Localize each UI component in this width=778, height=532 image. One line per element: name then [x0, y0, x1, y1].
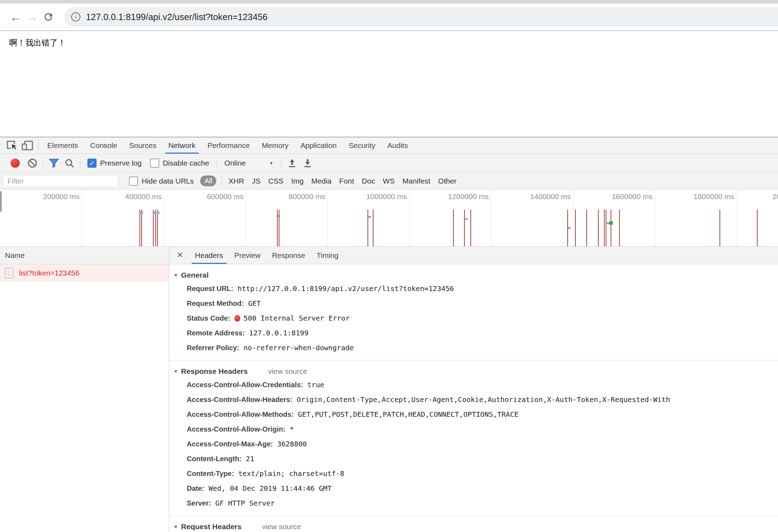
url-text[interactable]: 127.0.0.1:8199/api.v2/user/list?token=12…	[86, 12, 267, 22]
request-detail-panel: × Headers Preview Response Timing ▼ Gene…	[169, 247, 778, 532]
address-bar[interactable]: i 127.0.0.1:8199/api.v2/user/list?token=…	[64, 7, 778, 27]
type-filter-all[interactable]: All	[200, 175, 216, 186]
tab-sources[interactable]: Sources	[123, 137, 162, 154]
disable-cache-checkbox[interactable]	[150, 159, 159, 168]
request-row[interactable]: list?token=123456	[0, 264, 169, 282]
header-row: Request URL: http://127.0.0.1:8199/api.v…	[169, 281, 778, 296]
request-event-marker	[586, 210, 587, 246]
response-headers-title[interactable]: Response Headers	[181, 367, 248, 376]
detail-tab-headers[interactable]: Headers	[190, 247, 229, 264]
clear-button[interactable]	[25, 156, 40, 170]
tab-elements[interactable]: Elements	[41, 137, 84, 154]
type-filter-manifest[interactable]: Manifest	[399, 177, 434, 185]
device-toolbar-icon	[21, 140, 34, 151]
filter-funnel-icon	[49, 158, 59, 168]
export-har-button[interactable]	[300, 156, 315, 170]
disable-cache-toggle[interactable]: Disable cache	[150, 159, 209, 168]
type-filter-img[interactable]: Img	[288, 177, 308, 185]
collapse-triangle-icon[interactable]: ▼	[173, 272, 178, 278]
type-filter-font[interactable]: Font	[335, 177, 358, 185]
device-toolbar-button[interactable]	[20, 139, 35, 152]
tab-security[interactable]: Security	[342, 137, 381, 154]
hide-data-urls-toggle[interactable]: Hide data URLs	[129, 177, 194, 186]
upload-icon	[287, 158, 297, 168]
network-main: Name list?token=123456 × Headers Preview…	[0, 247, 778, 532]
response-view-source-link[interactable]: view source	[268, 367, 307, 376]
type-filter-ws[interactable]: WS	[379, 177, 399, 185]
collapse-triangle-icon[interactable]: ▼	[173, 524, 178, 530]
preserve-log-label: Preserve log	[100, 159, 142, 167]
timeline-tick-label: 800000 ms	[272, 192, 325, 201]
back-button[interactable]: ←	[8, 10, 24, 24]
inspect-cursor-icon	[6, 140, 18, 151]
type-filter-doc[interactable]: Doc	[358, 177, 379, 185]
request-event-marker	[368, 210, 368, 246]
detail-tabbar: × Headers Preview Response Timing	[169, 247, 778, 264]
tab-performance[interactable]: Performance	[202, 137, 256, 154]
tab-console[interactable]: Console	[84, 137, 123, 154]
devtools-tabbar: Elements Console Sources Network Perform…	[0, 137, 778, 154]
network-toolbar: ✓ Preserve log Disable cache Online ▼	[0, 154, 778, 173]
type-filter-js[interactable]: JS	[248, 177, 265, 185]
timeline-gridline	[327, 190, 328, 246]
header-row: Access-Control-Allow-Origin: *	[169, 422, 778, 437]
page-content: 啊！我出错了！	[0, 32, 778, 137]
timeline-tick-label: 1800000 ms	[681, 192, 734, 201]
timeline-tick-label: 1600000 ms	[600, 192, 653, 201]
close-detail-button[interactable]: ×	[169, 249, 190, 262]
forward-button[interactable]: →	[24, 10, 40, 24]
request-event-marker	[757, 210, 758, 246]
request-event-marker	[153, 210, 154, 246]
timeline-gridline	[736, 190, 737, 246]
record-button[interactable]	[11, 159, 20, 168]
search-button[interactable]	[62, 156, 77, 170]
import-har-button[interactable]	[284, 156, 300, 170]
detail-tab-timing[interactable]: Timing	[311, 247, 344, 264]
timeline-gridline	[82, 190, 82, 246]
request-headers-title[interactable]: Request Headers	[181, 522, 242, 531]
network-overview[interactable]: 200000 ms400000 ms600000 ms800000 ms1000…	[0, 190, 778, 247]
header-row: Date: Wed, 04 Dec 2019 11:44:46 GMT	[169, 481, 778, 496]
request-event-marker	[606, 210, 606, 246]
page-info-icon[interactable]: i	[71, 12, 80, 21]
tab-network[interactable]: Network	[162, 137, 202, 154]
throttling-dropdown[interactable]: Online ▼	[224, 159, 274, 167]
detail-tab-response[interactable]: Response	[266, 247, 311, 264]
hide-data-urls-label: Hide data URLs	[142, 177, 194, 185]
inspect-element-button[interactable]	[4, 139, 20, 152]
separator	[80, 157, 80, 169]
overview-grip[interactable]	[0, 191, 2, 212]
request-event-marker	[464, 210, 465, 246]
tab-audits[interactable]: Audits	[381, 137, 414, 154]
header-row: Server: GF HTTP Server	[169, 496, 778, 511]
preserve-log-toggle[interactable]: ✓ Preserve log	[87, 159, 142, 168]
collapse-triangle-icon[interactable]: ▼	[173, 369, 178, 374]
request-event-marker	[453, 210, 454, 246]
hide-data-urls-checkbox[interactable]	[129, 177, 138, 186]
header-row: Remote Address: 127.0.0.1:8199	[169, 326, 778, 340]
tab-application[interactable]: Application	[295, 137, 343, 154]
type-filter-xhr[interactable]: XHR	[224, 177, 248, 185]
devtools-panel: Elements Console Sources Network Perform…	[0, 137, 778, 532]
timeline-blue-tick	[607, 222, 609, 224]
column-header-name[interactable]: Name	[0, 247, 169, 264]
timeline-blue-tick	[369, 216, 371, 218]
filter-input[interactable]	[3, 175, 118, 187]
preserve-log-checkbox[interactable]: ✓	[87, 159, 97, 168]
tab-memory[interactable]: Memory	[256, 137, 295, 154]
request-view-source-link[interactable]: view source	[262, 522, 301, 531]
type-filter-media[interactable]: Media	[308, 177, 335, 185]
request-event-marker	[604, 210, 605, 246]
request-event-marker	[575, 210, 576, 246]
browser-window: ← → i 127.0.0.1:8199/api.v2/user/list?to…	[0, 0, 778, 532]
type-filter-other[interactable]: Other	[434, 177, 461, 185]
general-section-title[interactable]: General	[181, 271, 209, 279]
type-filter-css[interactable]: CSS	[264, 177, 287, 185]
network-filterbar: Hide data URLs All XHR JS CSS Img Media …	[0, 173, 778, 190]
request-event-marker	[619, 210, 620, 246]
filter-toggle-button[interactable]	[46, 156, 62, 170]
reload-button[interactable]	[40, 11, 56, 23]
detail-tab-preview[interactable]: Preview	[229, 247, 266, 264]
response-headers-section: ▼ Response Headers view source Access-Co…	[169, 360, 778, 515]
timeline-gridline	[655, 190, 655, 246]
